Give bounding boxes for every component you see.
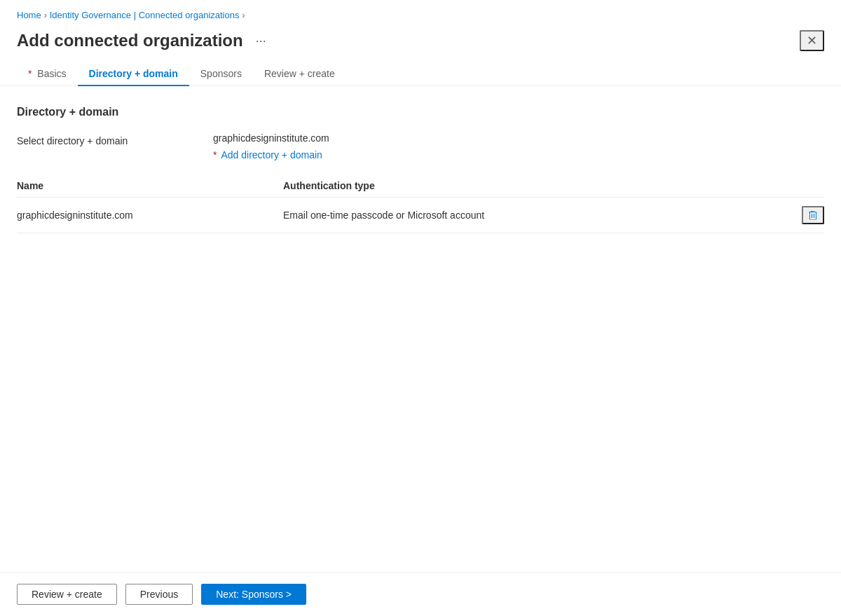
tab-sponsors[interactable]: Sponsors [189,62,253,86]
table-header: Name Authentication type [17,180,824,198]
add-directory-link[interactable]: * Add directory + domain [213,149,329,160]
col-name-header: Name [17,180,283,191]
page-title: Add connected organization [17,31,243,50]
page-header: Add connected organization ··· ✕ [0,27,841,62]
col-auth-header: Authentication type [283,180,824,191]
breadcrumb: Home › Identity Governance | Connected o… [0,0,841,27]
delete-row-button[interactable] [802,206,824,224]
directory-table: Name Authentication type graphicdesignin… [17,180,824,233]
row-auth-type: Email one-time passcode or Microsoft acc… [283,210,802,221]
breadcrumb-sep1: › [44,11,47,20]
row-name: graphicdesigninstitute.com [17,210,283,221]
footer: Review + create Previous Next: Sponsors … [0,572,841,616]
table-row: graphicdesigninstitute.com Email one-tim… [17,198,824,233]
domain-value: graphicdesigninstitute.com [213,132,329,144]
required-star: * [213,149,217,160]
close-button[interactable]: ✕ [800,30,824,51]
tab-review-create[interactable]: Review + create [253,62,346,86]
more-options-icon[interactable]: ··· [252,32,271,50]
select-directory-label: Select directory + domain [17,132,213,146]
breadcrumb-home[interactable]: Home [17,10,41,20]
form-row-directory: Select directory + domain graphicdesigni… [17,132,824,160]
tab-basics[interactable]: Basics [17,62,78,86]
trash-icon [807,210,819,221]
breadcrumb-sep2: › [242,11,245,20]
next-button[interactable]: Next: Sponsors > [201,584,306,605]
tab-directory-domain[interactable]: Directory + domain [78,62,189,86]
main-content: Directory + domain Select directory + do… [0,106,841,233]
tab-bar: Basics Directory + domain Sponsors Revie… [0,62,841,86]
add-link-label: Add directory + domain [221,149,322,160]
section-title: Directory + domain [17,106,824,118]
review-create-button[interactable]: Review + create [17,584,117,605]
breadcrumb-governance[interactable]: Identity Governance | Connected organiza… [50,10,240,20]
previous-button[interactable]: Previous [125,584,193,605]
